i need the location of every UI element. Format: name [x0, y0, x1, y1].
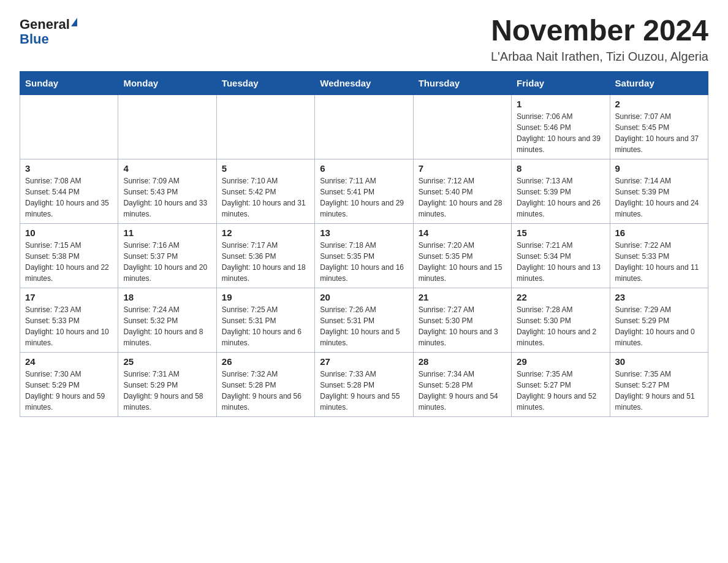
- day-info: Sunrise: 7:29 AMSunset: 5:29 PMDaylight:…: [615, 304, 703, 348]
- day-number: 16: [615, 228, 703, 238]
- day-info: Sunrise: 7:23 AMSunset: 5:33 PMDaylight:…: [25, 304, 113, 348]
- day-number: 8: [517, 163, 604, 174]
- day-number: 25: [123, 356, 211, 367]
- calendar-cell: 25Sunrise: 7:31 AMSunset: 5:29 PMDayligh…: [118, 352, 216, 416]
- calendar-cell: 27Sunrise: 7:33 AMSunset: 5:28 PMDayligh…: [315, 352, 413, 416]
- weekday-header-sunday: Sunday: [20, 71, 118, 94]
- day-number: 30: [615, 356, 703, 367]
- calendar-cell: 18Sunrise: 7:24 AMSunset: 5:32 PMDayligh…: [118, 288, 216, 352]
- day-number: 29: [517, 356, 604, 367]
- calendar-cell: 14Sunrise: 7:20 AMSunset: 5:35 PMDayligh…: [413, 223, 511, 288]
- page-header: General Blue November 2024 L'Arbaa Nait …: [20, 15, 708, 64]
- day-info: Sunrise: 7:30 AMSunset: 5:29 PMDaylight:…: [25, 369, 113, 413]
- day-info: Sunrise: 7:31 AMSunset: 5:29 PMDaylight:…: [123, 369, 211, 413]
- day-info: Sunrise: 7:18 AMSunset: 5:35 PMDaylight:…: [320, 240, 408, 284]
- weekday-header-friday: Friday: [512, 71, 610, 94]
- day-info: Sunrise: 7:25 AMSunset: 5:31 PMDaylight:…: [222, 304, 309, 348]
- calendar-cell: 19Sunrise: 7:25 AMSunset: 5:31 PMDayligh…: [216, 288, 314, 352]
- calendar-cell: 17Sunrise: 7:23 AMSunset: 5:33 PMDayligh…: [20, 288, 118, 352]
- calendar-week-row: 10Sunrise: 7:15 AMSunset: 5:38 PMDayligh…: [20, 223, 708, 288]
- weekday-header-tuesday: Tuesday: [216, 71, 314, 94]
- weekday-header-monday: Monday: [118, 71, 216, 94]
- calendar-cell: [216, 94, 314, 159]
- day-info: Sunrise: 7:15 AMSunset: 5:38 PMDaylight:…: [25, 240, 113, 284]
- day-number: 6: [320, 163, 408, 174]
- calendar-week-row: 24Sunrise: 7:30 AMSunset: 5:29 PMDayligh…: [20, 352, 708, 416]
- day-info: Sunrise: 7:26 AMSunset: 5:31 PMDaylight:…: [320, 304, 408, 348]
- day-number: 18: [123, 292, 211, 302]
- day-info: Sunrise: 7:17 AMSunset: 5:36 PMDaylight:…: [222, 240, 309, 284]
- calendar-cell: [413, 94, 511, 159]
- calendar-cell: 26Sunrise: 7:32 AMSunset: 5:28 PMDayligh…: [216, 352, 314, 416]
- location-subtitle: L'Arbaa Nait Irathen, Tizi Ouzou, Algeri…: [491, 50, 708, 64]
- day-number: 20: [320, 292, 408, 302]
- logo-arrow-icon: [71, 18, 77, 26]
- calendar-cell: 11Sunrise: 7:16 AMSunset: 5:37 PMDayligh…: [118, 223, 216, 288]
- day-info: Sunrise: 7:10 AMSunset: 5:42 PMDaylight:…: [222, 175, 309, 220]
- day-info: Sunrise: 7:35 AMSunset: 5:27 PMDaylight:…: [615, 369, 703, 413]
- calendar-cell: 5Sunrise: 7:10 AMSunset: 5:42 PMDaylight…: [216, 159, 314, 223]
- day-number: 19: [222, 292, 309, 302]
- day-info: Sunrise: 7:06 AMSunset: 5:46 PMDaylight:…: [517, 111, 604, 155]
- calendar-cell: 28Sunrise: 7:34 AMSunset: 5:28 PMDayligh…: [413, 352, 511, 416]
- weekday-header-saturday: Saturday: [610, 71, 708, 94]
- day-number: 17: [25, 292, 113, 302]
- calendar-body: 1Sunrise: 7:06 AMSunset: 5:46 PMDaylight…: [20, 94, 708, 416]
- day-number: 24: [25, 356, 113, 367]
- calendar-cell: 16Sunrise: 7:22 AMSunset: 5:33 PMDayligh…: [610, 223, 708, 288]
- calendar-cell: 22Sunrise: 7:28 AMSunset: 5:30 PMDayligh…: [512, 288, 610, 352]
- day-number: 15: [517, 228, 604, 238]
- day-number: 1: [517, 99, 604, 109]
- calendar-cell: 7Sunrise: 7:12 AMSunset: 5:40 PMDaylight…: [413, 159, 511, 223]
- day-info: Sunrise: 7:28 AMSunset: 5:30 PMDaylight:…: [517, 304, 604, 348]
- calendar-table: SundayMondayTuesdayWednesdayThursdayFrid…: [20, 71, 708, 417]
- calendar-cell: 2Sunrise: 7:07 AMSunset: 5:45 PMDaylight…: [610, 94, 708, 159]
- day-number: 11: [123, 228, 211, 238]
- calendar-cell: 29Sunrise: 7:35 AMSunset: 5:27 PMDayligh…: [512, 352, 610, 416]
- calendar-cell: [20, 94, 118, 159]
- day-number: 12: [222, 228, 309, 238]
- logo-general: General: [20, 17, 70, 32]
- day-number: 2: [615, 99, 703, 109]
- day-info: Sunrise: 7:11 AMSunset: 5:41 PMDaylight:…: [320, 175, 408, 220]
- day-number: 28: [419, 356, 506, 367]
- calendar-cell: 23Sunrise: 7:29 AMSunset: 5:29 PMDayligh…: [610, 288, 708, 352]
- day-info: Sunrise: 7:21 AMSunset: 5:34 PMDaylight:…: [517, 240, 604, 284]
- day-info: Sunrise: 7:08 AMSunset: 5:44 PMDaylight:…: [25, 175, 113, 220]
- weekday-header-row: SundayMondayTuesdayWednesdayThursdayFrid…: [20, 71, 708, 94]
- day-number: 5: [222, 163, 309, 174]
- calendar-cell: 24Sunrise: 7:30 AMSunset: 5:29 PMDayligh…: [20, 352, 118, 416]
- calendar-cell: 30Sunrise: 7:35 AMSunset: 5:27 PMDayligh…: [610, 352, 708, 416]
- logo-blue: Blue: [20, 32, 49, 47]
- calendar-cell: 3Sunrise: 7:08 AMSunset: 5:44 PMDaylight…: [20, 159, 118, 223]
- calendar-cell: 9Sunrise: 7:14 AMSunset: 5:39 PMDaylight…: [610, 159, 708, 223]
- day-number: 23: [615, 292, 703, 302]
- calendar-week-row: 3Sunrise: 7:08 AMSunset: 5:44 PMDaylight…: [20, 159, 708, 223]
- calendar-cell: 1Sunrise: 7:06 AMSunset: 5:46 PMDaylight…: [512, 94, 610, 159]
- day-info: Sunrise: 7:07 AMSunset: 5:45 PMDaylight:…: [615, 111, 703, 155]
- calendar-week-row: 17Sunrise: 7:23 AMSunset: 5:33 PMDayligh…: [20, 288, 708, 352]
- day-info: Sunrise: 7:27 AMSunset: 5:30 PMDaylight:…: [419, 304, 506, 348]
- calendar-cell: 20Sunrise: 7:26 AMSunset: 5:31 PMDayligh…: [315, 288, 413, 352]
- day-info: Sunrise: 7:13 AMSunset: 5:39 PMDaylight:…: [517, 175, 604, 220]
- calendar-cell: 21Sunrise: 7:27 AMSunset: 5:30 PMDayligh…: [413, 288, 511, 352]
- calendar-cell: 15Sunrise: 7:21 AMSunset: 5:34 PMDayligh…: [512, 223, 610, 288]
- day-info: Sunrise: 7:24 AMSunset: 5:32 PMDaylight:…: [123, 304, 211, 348]
- day-info: Sunrise: 7:35 AMSunset: 5:27 PMDaylight:…: [517, 369, 604, 413]
- calendar-cell: 12Sunrise: 7:17 AMSunset: 5:36 PMDayligh…: [216, 223, 314, 288]
- day-number: 21: [419, 292, 506, 302]
- day-number: 3: [25, 163, 113, 174]
- day-info: Sunrise: 7:12 AMSunset: 5:40 PMDaylight:…: [419, 175, 506, 220]
- calendar-week-row: 1Sunrise: 7:06 AMSunset: 5:46 PMDaylight…: [20, 94, 708, 159]
- calendar-cell: 8Sunrise: 7:13 AMSunset: 5:39 PMDaylight…: [512, 159, 610, 223]
- day-info: Sunrise: 7:09 AMSunset: 5:43 PMDaylight:…: [123, 175, 211, 220]
- day-info: Sunrise: 7:34 AMSunset: 5:28 PMDaylight:…: [419, 369, 506, 413]
- calendar-cell: 13Sunrise: 7:18 AMSunset: 5:35 PMDayligh…: [315, 223, 413, 288]
- day-info: Sunrise: 7:32 AMSunset: 5:28 PMDaylight:…: [222, 369, 309, 413]
- day-info: Sunrise: 7:22 AMSunset: 5:33 PMDaylight:…: [615, 240, 703, 284]
- day-number: 10: [25, 228, 113, 238]
- calendar-cell: 10Sunrise: 7:15 AMSunset: 5:38 PMDayligh…: [20, 223, 118, 288]
- calendar-cell: 6Sunrise: 7:11 AMSunset: 5:41 PMDaylight…: [315, 159, 413, 223]
- day-number: 4: [123, 163, 211, 174]
- day-number: 27: [320, 356, 408, 367]
